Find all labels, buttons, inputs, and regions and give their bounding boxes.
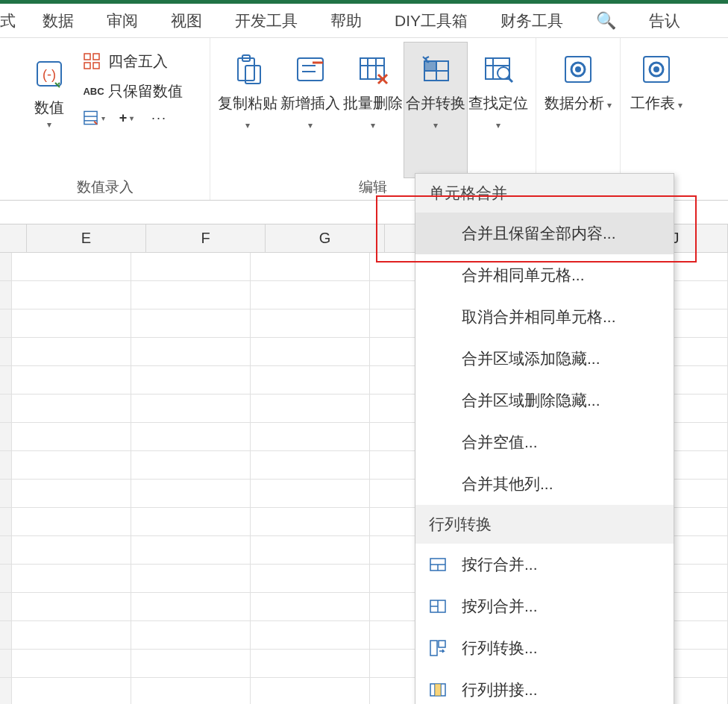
tab-developer[interactable]: 开发工具 — [219, 4, 314, 37]
data-analysis-button[interactable]: 数据分析 ▾ — [542, 43, 614, 180]
cell[interactable] — [251, 451, 370, 480]
cell[interactable] — [131, 678, 251, 704]
menu-item-row-col-concat[interactable]: 行列拼接... — [415, 669, 674, 704]
ellipsis-button[interactable]: ··· — [148, 107, 171, 129]
cell[interactable] — [131, 338, 251, 366]
cell[interactable] — [131, 395, 251, 423]
cell[interactable] — [251, 309, 370, 338]
tab-review[interactable]: 审阅 — [90, 4, 154, 37]
menu-item-merge-empty[interactable]: 合并空值... — [415, 421, 674, 463]
cell[interactable] — [251, 678, 370, 704]
find-locate-button[interactable]: 查找定位 ▾ — [467, 43, 530, 177]
menu-item-row-col-convert[interactable]: 行列转换... — [415, 627, 674, 669]
row-header[interactable] — [0, 281, 12, 309]
numeric-button[interactable]: (-) 数值 ▾ — [23, 47, 75, 130]
cell[interactable] — [131, 593, 251, 621]
keep-numeric-button[interactable]: ABC 只保留数值 — [78, 77, 187, 105]
cell[interactable] — [12, 253, 131, 281]
row-header[interactable] — [0, 309, 12, 338]
cell[interactable] — [12, 536, 131, 565]
cell[interactable] — [251, 423, 370, 451]
cell[interactable] — [131, 536, 251, 565]
cell[interactable] — [12, 621, 131, 650]
cell[interactable] — [251, 338, 370, 366]
cell[interactable] — [131, 480, 251, 508]
table-format-button[interactable] — [83, 107, 105, 129]
row-header[interactable] — [0, 565, 12, 593]
menu-item-merge-by-col[interactable]: 按列合并... — [415, 585, 674, 627]
row-header[interactable] — [0, 621, 12, 650]
cell[interactable] — [251, 621, 370, 650]
column-header-g[interactable]: G — [266, 224, 385, 252]
cell[interactable] — [12, 281, 131, 309]
cell[interactable] — [251, 508, 370, 536]
tab-finance-tools[interactable]: 财务工具 — [484, 4, 580, 37]
cell[interactable] — [251, 593, 370, 621]
cell[interactable] — [251, 366, 370, 395]
cell[interactable] — [12, 366, 131, 395]
menu-item-merge-other-cols[interactable]: 合并其他列... — [415, 463, 674, 505]
row-header[interactable] — [0, 678, 12, 704]
cell[interactable] — [251, 281, 370, 309]
row-header[interactable] — [0, 536, 12, 565]
menu-item-merge-by-row[interactable]: 按行合并... — [415, 544, 674, 585]
select-all-corner[interactable] — [0, 224, 27, 252]
cell[interactable] — [12, 423, 131, 451]
tab-data[interactable]: 数据 — [26, 4, 90, 37]
menu-item-merge-same-cells[interactable]: 合并相同单元格... — [415, 254, 674, 296]
merge-convert-button[interactable]: 合并转换 ▾ — [404, 43, 467, 177]
row-header[interactable] — [0, 366, 12, 395]
cell[interactable] — [12, 480, 131, 508]
new-insert-button[interactable]: 新增插入 ▾ — [279, 43, 342, 177]
row-header[interactable] — [0, 508, 12, 536]
cell[interactable] — [131, 621, 251, 650]
cell[interactable] — [251, 395, 370, 423]
menu-item-merge-add-hidden[interactable]: 合并区域添加隐藏... — [415, 338, 674, 380]
cell[interactable] — [131, 650, 251, 678]
cell[interactable] — [131, 508, 251, 536]
cell[interactable] — [251, 253, 370, 281]
column-header-f[interactable]: F — [146, 224, 266, 252]
row-header[interactable] — [0, 593, 12, 621]
round-button[interactable]: 四舍五入 — [78, 47, 187, 75]
cell[interactable] — [131, 253, 251, 281]
cell[interactable] — [251, 565, 370, 593]
cell[interactable] — [131, 451, 251, 480]
tab-diy-toolbox[interactable]: DIY工具箱 — [378, 4, 484, 37]
tab-help[interactable]: 帮助 — [314, 4, 378, 37]
cell[interactable] — [12, 395, 131, 423]
cell[interactable] — [131, 565, 251, 593]
row-header[interactable] — [0, 451, 12, 480]
cell[interactable] — [12, 338, 131, 366]
cell[interactable] — [131, 281, 251, 309]
plus-button[interactable]: + — [116, 107, 138, 129]
cell[interactable] — [12, 508, 131, 536]
cell[interactable] — [12, 593, 131, 621]
menu-item-merge-keep-all[interactable]: 合并且保留全部内容... — [415, 213, 674, 254]
row-header[interactable] — [0, 338, 12, 366]
menu-item-merge-delete-hidden[interactable]: 合并区域删除隐藏... — [415, 380, 674, 421]
tab-search[interactable]: 🔍 — [580, 4, 633, 37]
cell[interactable] — [251, 480, 370, 508]
copy-paste-button[interactable]: 复制粘贴 ▾ — [216, 43, 279, 177]
row-header[interactable] — [0, 423, 12, 451]
tab-tell-me-partial[interactable]: 告认 — [633, 4, 680, 37]
batch-delete-button[interactable]: 批量删除 ▾ — [342, 43, 404, 177]
cell[interactable] — [12, 451, 131, 480]
column-header-e[interactable]: E — [27, 224, 146, 252]
cell[interactable] — [12, 678, 131, 704]
cell[interactable] — [251, 650, 370, 678]
cell[interactable] — [131, 309, 251, 338]
worksheet-button[interactable]: 工作表 ▾ — [627, 43, 686, 180]
tab-view[interactable]: 视图 — [154, 4, 219, 37]
row-header[interactable] — [0, 395, 12, 423]
cell[interactable] — [131, 423, 251, 451]
cell[interactable] — [12, 565, 131, 593]
cell[interactable] — [251, 536, 370, 565]
menu-item-unmerge-same-cells[interactable]: 取消合并相同单元格... — [415, 296, 674, 338]
cell[interactable] — [12, 650, 131, 678]
cell[interactable] — [12, 309, 131, 338]
tab-formula-partial[interactable]: 式 — [0, 4, 26, 37]
row-header[interactable] — [0, 650, 12, 678]
row-header[interactable] — [0, 253, 12, 281]
